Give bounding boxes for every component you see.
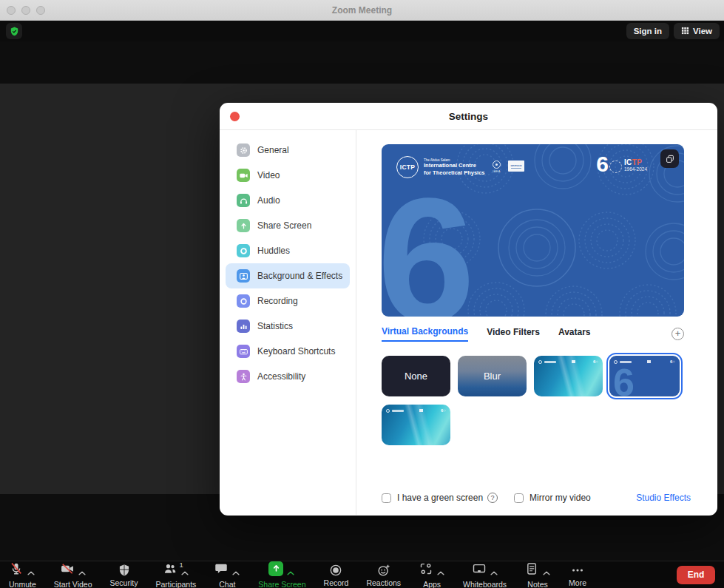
sixty-years-badge: 6 ICTP 1964-2024: [596, 153, 647, 175]
zoom-window-button[interactable]: [36, 6, 45, 15]
grid-view-icon: [681, 27, 689, 36]
chevron-up-icon[interactable]: [286, 566, 295, 579]
thumb-digit: 6: [613, 363, 635, 396]
toolbar-label: Chat: [219, 580, 235, 588]
sidebar-item-label: General: [257, 145, 289, 155]
toolbar-label: Share Screen: [258, 580, 305, 588]
chevron-up-icon[interactable]: [542, 566, 551, 579]
mic-muted-icon: [9, 561, 24, 576]
record-ring-icon: [237, 294, 250, 308]
chevron-up-icon[interactable]: [231, 566, 240, 579]
settings-dialog: Settings GeneralVideoAudioShare ScreenHu…: [220, 103, 717, 516]
sidebar-item-share-screen[interactable]: Share Screen: [226, 213, 350, 238]
partner-logos: IAEA unesco: [493, 160, 524, 173]
toolbar-chat[interactable]: Chat: [214, 561, 240, 588]
background-tabs: Virtual BackgroundsVideo FiltersAvatars+: [382, 326, 684, 342]
tab-virtual-backgrounds[interactable]: Virtual Backgrounds: [382, 326, 468, 342]
background-option-ictp-60-selected[interactable]: 6○ 6: [606, 353, 683, 399]
record-icon: [328, 563, 343, 578]
sidebar-item-general[interactable]: General: [226, 138, 350, 163]
sidebar-item-keyboard-shortcuts[interactable]: Keyboard Shortcuts: [226, 339, 350, 364]
toolbar-label: Security: [110, 578, 138, 587]
background-option-none[interactable]: None: [382, 356, 450, 396]
toolbar-security[interactable]: Security: [110, 563, 138, 587]
sidebar-item-recording[interactable]: Recording: [226, 288, 350, 314]
tab-avatars[interactable]: Avatars: [558, 327, 591, 341]
settings-sidebar: GeneralVideoAudioShare ScreenHuddlesBack…: [220, 130, 356, 515]
toolbar-participants[interactable]: 1Participants: [155, 561, 196, 588]
toolbar-unmute[interactable]: Unmute: [9, 561, 36, 588]
toolbar-label: Whiteboards: [463, 580, 507, 588]
close-settings-button[interactable]: [230, 112, 240, 121]
toolbar-record[interactable]: Record: [324, 563, 349, 587]
toolbar-whiteboards[interactable]: Whiteboards: [463, 561, 507, 588]
toolbar-label: Notes: [527, 580, 547, 588]
sidebar-item-huddles[interactable]: Huddles: [226, 238, 350, 263]
headphones-icon: [237, 194, 250, 207]
none-label: None: [405, 371, 427, 382]
chevron-up-icon[interactable]: [436, 566, 445, 579]
background-option-ictp-teal[interactable]: 6○: [534, 356, 603, 396]
sidebar-item-label: Audio: [257, 195, 280, 206]
participants-icon: 1: [163, 561, 177, 576]
unesco-logo: unesco: [508, 160, 524, 172]
close-window-button[interactable]: [7, 6, 16, 15]
studio-effects-link[interactable]: Studio Effects: [636, 493, 691, 503]
person-frame-icon: [237, 269, 250, 283]
chat-bubble-icon: [214, 561, 229, 576]
sidebar-item-accessibility[interactable]: Accessibility: [226, 364, 350, 389]
toolbar-more[interactable]: More: [569, 563, 586, 587]
toolbar-share-screen[interactable]: Share Screen: [258, 561, 305, 588]
settings-title: Settings: [449, 111, 488, 122]
minimize-window-button[interactable]: [21, 6, 30, 15]
end-meeting-button[interactable]: End: [677, 566, 715, 584]
toolbar-reactions[interactable]: Reactions: [366, 563, 401, 587]
view-button[interactable]: View: [674, 23, 720, 39]
encryption-shield-icon[interactable]: [6, 23, 22, 39]
preview-big-digit: 6: [382, 172, 475, 317]
meeting-toolbar: UnmuteStart VideoSecurity1ParticipantsCh…: [0, 561, 724, 588]
toolbar-notes[interactable]: Notes: [524, 561, 551, 588]
toolbar-label: Reactions: [366, 578, 401, 587]
gear-icon: [237, 143, 250, 157]
whiteboard-icon: [472, 561, 487, 576]
video-preview: 6 ICTP The Abdus Salam International Cen…: [382, 144, 684, 317]
tab-video-filters[interactable]: Video Filters: [487, 327, 540, 341]
ictp-logo: ICTP The Abdus Salam International Centr…: [396, 156, 485, 178]
chevron-up-icon[interactable]: [490, 566, 498, 579]
bar-chart-icon: [237, 320, 250, 333]
chevron-up-icon[interactable]: [27, 566, 35, 579]
sidebar-item-label: Accessibility: [257, 371, 305, 382]
background-option-blur[interactable]: Blur: [458, 356, 527, 396]
green-screen-checkbox[interactable]: [382, 493, 391, 503]
blur-label: Blur: [484, 371, 501, 382]
sidebar-item-label: Share Screen: [257, 220, 311, 231]
toolbar-label: Participants: [155, 580, 196, 588]
sidebar-item-label: Keyboard Shortcuts: [257, 346, 335, 356]
window-title: Zoom Meeting: [0, 5, 724, 16]
window-titlebar: Zoom Meeting: [0, 0, 724, 21]
sidebar-item-video[interactable]: Video: [226, 163, 350, 188]
meeting-topbar: Sign in View: [0, 21, 724, 41]
sidebar-item-label: Background & Effects: [257, 271, 342, 281]
sidebar-item-statistics[interactable]: Statistics: [226, 314, 350, 339]
traffic-lights: [7, 6, 45, 15]
mirror-video-checkbox[interactable]: [514, 493, 524, 503]
video-camera-icon: [237, 169, 250, 182]
popout-preview-button[interactable]: [660, 149, 679, 168]
chevron-up-icon[interactable]: [78, 566, 87, 579]
background-option-ictp-teal-2[interactable]: 6○: [382, 405, 450, 445]
toolbar-label: Record: [324, 578, 349, 587]
sign-in-label: Sign in: [634, 27, 662, 36]
sidebar-item-background-effects[interactable]: Background & Effects: [226, 263, 350, 288]
add-background-button[interactable]: +: [671, 328, 684, 340]
sign-in-button[interactable]: Sign in: [626, 23, 669, 39]
help-icon[interactable]: ?: [487, 493, 498, 503]
keyboard-icon: [237, 345, 250, 358]
toolbar-label: Start Video: [54, 580, 92, 588]
toolbar-start-video[interactable]: Start Video: [54, 561, 92, 588]
sidebar-item-label: Video: [257, 170, 280, 180]
more-dots-icon: [570, 563, 585, 578]
toolbar-apps[interactable]: Apps: [419, 561, 445, 588]
sidebar-item-audio[interactable]: Audio: [226, 188, 350, 213]
